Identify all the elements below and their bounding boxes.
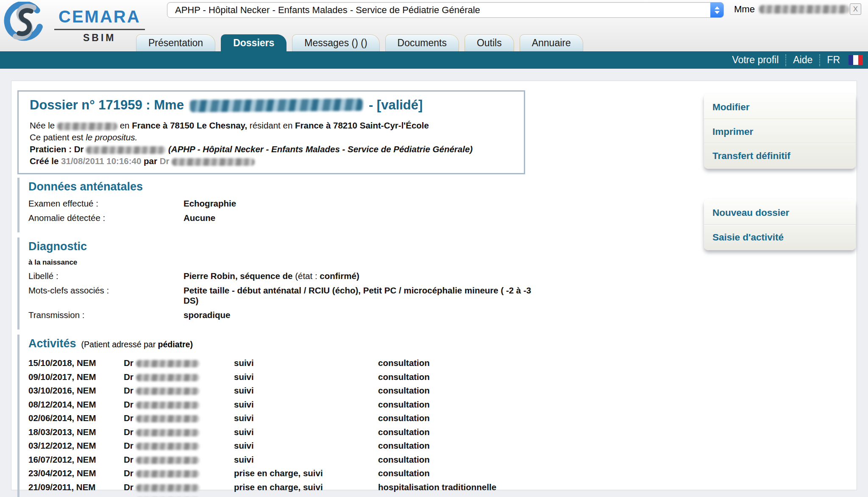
activity-doctor: Dr bbox=[124, 441, 234, 451]
action-sidebar: Modifier Imprimer Transfert définitif No… bbox=[704, 94, 856, 250]
activity-doctor: Dr bbox=[124, 468, 234, 478]
activities-subtitle-bold: pédiatre) bbox=[158, 340, 193, 349]
doctor-prefix: Dr bbox=[124, 468, 134, 478]
tab-documents[interactable]: Documents bbox=[385, 34, 459, 51]
created-by-label: par bbox=[144, 156, 157, 166]
redacted-doctor-name bbox=[136, 457, 200, 464]
brand-subtitle: SBIM bbox=[54, 32, 145, 44]
activity-date: 21/09/2011, NEM bbox=[28, 482, 124, 492]
activity-type: consultation bbox=[378, 455, 543, 465]
modifier-button[interactable]: Modifier bbox=[704, 95, 856, 119]
saisie-activite-button[interactable]: Saisie d'activité bbox=[704, 225, 856, 249]
content-area: Dossier n° 171959 : Mme - [validé] Née l… bbox=[11, 81, 857, 490]
activity-doctor: Dr bbox=[124, 372, 234, 382]
redacted-doctor-name bbox=[136, 360, 200, 367]
utility-bar: Votre profil Aide FR bbox=[0, 51, 868, 69]
section-diagnostic-title: Diagnostic bbox=[28, 240, 543, 253]
nouveau-dossier-button[interactable]: Nouveau dossier bbox=[704, 201, 856, 225]
brand-block: CEMARA SBIM bbox=[54, 7, 145, 44]
tab-label: Messages () () bbox=[304, 37, 367, 49]
activity-acts: suivi bbox=[234, 413, 378, 423]
profile-link[interactable]: Votre profil bbox=[725, 54, 785, 66]
activity-row: 23/04/2012, NEM Dr prise en charge, suiv… bbox=[28, 466, 543, 480]
french-flag-icon[interactable] bbox=[849, 55, 863, 65]
sections: Données anténatales Examen effectué : Ec… bbox=[17, 178, 543, 497]
doctor-prefix: Dr bbox=[124, 455, 134, 464]
activity-row: 18/03/2013, NEM Dr suivi consultation bbox=[28, 425, 543, 439]
antenatal-row: Examen effectué : Echographie bbox=[28, 198, 543, 209]
created-label: Créé le bbox=[30, 156, 58, 166]
dossier-actions-panel: Modifier Imprimer Transfert définitif bbox=[704, 94, 856, 169]
activity-date: 03/10/2016, NEM bbox=[28, 385, 124, 396]
activity-type: hospitalisation traditionnelle bbox=[378, 482, 543, 492]
tab-presentation[interactable]: Présentation bbox=[136, 34, 215, 51]
doctor-prefix: Dr bbox=[124, 358, 134, 368]
redacted-doctor-name bbox=[136, 429, 200, 436]
doctor-prefix: Dr bbox=[124, 441, 134, 450]
activity-acts: suivi bbox=[234, 441, 378, 451]
activity-type: consultation bbox=[378, 399, 543, 410]
activity-acts: prise en charge, suivi bbox=[234, 482, 378, 492]
activity-doctor: Dr bbox=[124, 358, 234, 368]
section-diagnostic: Diagnostic à la naissance Libellé : Pier… bbox=[17, 237, 543, 329]
activity-doctor: Dr bbox=[124, 482, 234, 492]
tab-outils[interactable]: Outils bbox=[465, 34, 514, 51]
select-chevrons-icon[interactable] bbox=[710, 3, 723, 17]
dossier-title-prefix: Dossier n° 171959 : Mme bbox=[30, 98, 184, 113]
tab-dossiers[interactable]: Dossiers bbox=[221, 34, 287, 51]
redacted-doctor-name bbox=[136, 484, 200, 491]
doctor-prefix: Dr bbox=[124, 372, 134, 382]
help-link[interactable]: Aide bbox=[785, 54, 819, 66]
tab-label: Présentation bbox=[148, 37, 203, 49]
activity-acts: prise en charge, suivi bbox=[234, 468, 378, 478]
activity-date: 15/10/2018, NEM bbox=[28, 358, 124, 368]
activity-doctor: Dr bbox=[124, 427, 234, 437]
birth-place: France à 78150 Le Chesnay, bbox=[132, 120, 247, 130]
activities-subtitle: (Patient adressé par pédiatre) bbox=[81, 340, 193, 349]
dossier-title-suffix: - [validé] bbox=[369, 98, 423, 113]
dossier-title: Dossier n° 171959 : Mme - [validé] bbox=[30, 98, 513, 113]
redacted-practitioner-name bbox=[86, 146, 166, 154]
doctor-prefix: Dr bbox=[124, 427, 134, 437]
tab-messages[interactable]: Messages () () bbox=[292, 34, 379, 51]
residence-mid: résidant en bbox=[250, 120, 292, 130]
field-label: Examen effectué : bbox=[28, 198, 184, 209]
imprimer-button[interactable]: Imprimer bbox=[704, 119, 856, 143]
field-label: Mots-clefs associés : bbox=[28, 285, 184, 296]
redacted-birth-date bbox=[57, 123, 117, 130]
activity-date: 03/12/2012, NEM bbox=[28, 441, 124, 451]
activity-acts: suivi bbox=[234, 427, 378, 437]
cemara-logo-icon bbox=[3, 2, 46, 45]
activity-row: 15/10/2018, NEM Dr suivi consultation bbox=[28, 356, 543, 370]
doctor-prefix: Dr bbox=[124, 413, 134, 423]
activities-subtitle-prefix: (Patient adressé par bbox=[81, 340, 156, 349]
activity-type: consultation bbox=[378, 413, 543, 423]
user-info: Mme bbox=[734, 4, 849, 15]
diagnosis-state: confirmé) bbox=[320, 271, 359, 281]
tab-label: Outils bbox=[477, 37, 502, 49]
diagnostic-row: Libellé : Pierre Robin, séquence de (éta… bbox=[28, 271, 543, 281]
redacted-patient-name bbox=[190, 98, 363, 112]
language-label[interactable]: FR bbox=[819, 54, 847, 66]
service-selector[interactable]: APHP - Hôpital Necker - Enfants Malades … bbox=[167, 2, 724, 18]
redacted-doctor-name bbox=[136, 374, 200, 381]
section-activities-title: Activités bbox=[28, 337, 76, 350]
field-label: Anomalie détectée : bbox=[28, 213, 184, 223]
user-title-prefix: Mme bbox=[734, 4, 755, 15]
field-value: Aucune bbox=[184, 213, 536, 223]
activity-row: 03/10/2016, NEM Dr suivi consultation bbox=[28, 384, 543, 398]
close-button[interactable]: X bbox=[850, 3, 861, 15]
activity-acts: suivi bbox=[234, 455, 378, 465]
activity-acts: suivi bbox=[234, 399, 378, 410]
redacted-creator-name bbox=[172, 158, 255, 166]
activity-type: consultation bbox=[378, 468, 543, 478]
transfert-definitif-button[interactable]: Transfert définitif bbox=[704, 143, 856, 168]
logo: CEMARA SBIM bbox=[3, 2, 145, 45]
activity-doctor: Dr bbox=[124, 385, 234, 396]
redacted-doctor-name bbox=[136, 415, 200, 422]
diagnosis-name: Pierre Robin, séquence de bbox=[184, 271, 292, 281]
redacted-doctor-name bbox=[136, 402, 200, 409]
propositus-prefix: Ce patient est bbox=[30, 132, 83, 142]
tab-annuaire[interactable]: Annuaire bbox=[520, 34, 583, 51]
activity-acts: suivi bbox=[234, 385, 378, 396]
